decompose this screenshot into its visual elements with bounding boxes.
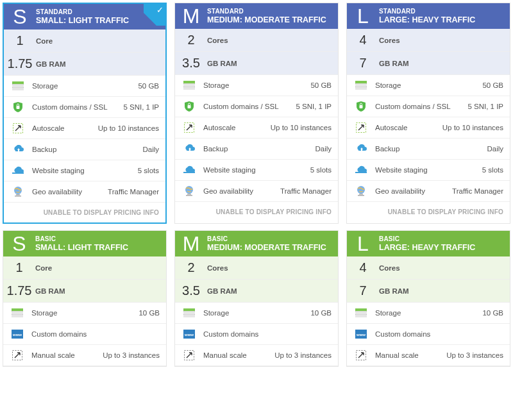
feature-label: Custom domains / SSL — [375, 103, 467, 110]
spec-label: GB RAM — [35, 287, 65, 295]
feature-row: wwwCustom domains — [175, 324, 338, 345]
feature-label: Storage — [203, 309, 310, 317]
feature-value: Up to 10 instances — [442, 124, 503, 131]
feature-row: BackupDaily — [4, 139, 165, 160]
spec-row: 1Core — [3, 256, 166, 280]
tier-label: STANDARD — [379, 8, 506, 15]
spec-row: 1.75GB RAM — [4, 53, 165, 76]
spec-label: Core — [35, 264, 52, 272]
svg-rect-21 — [355, 81, 367, 83]
tier-label: BASIC — [379, 235, 506, 242]
feature-label: Manual scale — [31, 351, 103, 359]
feature-value: Traffic Manager — [452, 187, 503, 195]
spec-label: GB RAM — [379, 60, 409, 67]
pricing-tile-std-s[interactable]: ✓SSTANDARDSMALL: LIGHT TRAFFIC1Core1.75G… — [3, 3, 167, 224]
pricing-tile-std-m[interactable]: MSTANDARDMEDIUM: MODERATE TRAFFIC2Cores3… — [174, 3, 339, 224]
backup-icon — [355, 144, 367, 154]
spec-value: 4 — [347, 256, 379, 279]
svg-point-27 — [357, 186, 365, 194]
backup-icon — [12, 144, 24, 155]
svg-rect-8 — [16, 194, 20, 196]
pricing-tile-bas-s[interactable]: SBASICSMALL: LIGHT TRAFFIC1Core1.75GB RA… — [3, 230, 167, 367]
svg-rect-4 — [17, 106, 20, 109]
pricing-grid: ✓SSTANDARDSMALL: LIGHT TRAFFIC1Core1.75G… — [0, 0, 513, 369]
svg-rect-19 — [186, 195, 192, 196]
svg-rect-11 — [183, 81, 195, 83]
feature-row: Website staging5 slots — [4, 160, 165, 181]
feature-value: Daily — [487, 145, 503, 153]
autoscale-icon — [183, 122, 196, 133]
feature-row: AutoscaleUp to 10 instances — [4, 118, 165, 139]
svg-rect-29 — [358, 195, 364, 196]
feature-row: Custom domains / SSL5 SNI, 1 IP — [347, 96, 510, 117]
spec-value: 1.75 — [3, 280, 35, 302]
tile-titles: BASICSMALL: LIGHT TRAFFIC — [35, 231, 166, 256]
svg-point-7 — [14, 187, 22, 194]
tile-header: LSTANDARDLARGE: HEAVY TRAFFIC — [347, 3, 510, 29]
tier-letter: M — [175, 231, 207, 256]
pricing-tile-bas-m[interactable]: MBASICMEDIUM: MODERATE TRAFFIC2Cores3.5G… — [174, 230, 339, 367]
feature-label: Manual scale — [203, 351, 274, 359]
feature-row: Storage10 GB — [175, 303, 338, 324]
manual-icon — [11, 350, 24, 360]
feature-row: Geo availabilityTraffic Manager — [347, 181, 510, 202]
svg-rect-3 — [12, 88, 24, 90]
tier-label: BASIC — [35, 235, 162, 242]
pricing-footer: UNABLE TO DISPLAY PRICING INFO — [175, 202, 338, 222]
spec-label: Cores — [207, 264, 228, 272]
spec-value: 7 — [347, 280, 379, 302]
feature-label: Backup — [375, 145, 487, 153]
svg-rect-14 — [188, 105, 191, 108]
feature-value: Up to 10 instances — [271, 124, 332, 131]
svg-rect-2 — [12, 85, 24, 87]
spec-row: 4Cores — [347, 29, 510, 52]
feature-label: Website staging — [375, 166, 482, 174]
feature-row: Manual scaleUp to 3 instances — [3, 345, 166, 366]
ssl-icon — [183, 101, 196, 112]
feature-label: Storage — [375, 81, 482, 89]
feature-label: Storage — [32, 82, 138, 90]
feature-label: Storage — [375, 309, 482, 317]
tier-letter: M — [175, 3, 207, 29]
pricing-tile-std-l[interactable]: LSTANDARDLARGE: HEAVY TRAFFIC4Cores7GB R… — [346, 3, 510, 224]
svg-rect-31 — [12, 308, 23, 311]
spec-value: 2 — [175, 256, 207, 279]
spec-value: 3.5 — [175, 52, 207, 74]
svg-rect-47 — [355, 315, 367, 317]
feature-row: Storage10 GB — [347, 303, 510, 324]
tier-letter: L — [347, 231, 379, 256]
feature-value: 10 GB — [310, 309, 332, 317]
svg-rect-9 — [15, 196, 21, 197]
ssl-icon — [355, 101, 367, 112]
feature-row: BackupDaily — [175, 139, 338, 160]
domains-icon: www — [11, 329, 24, 339]
spec-label: Cores — [379, 37, 400, 44]
feature-value: 5 slots — [482, 166, 503, 174]
feature-value: Traffic Manager — [280, 187, 332, 195]
storage-icon — [355, 308, 367, 318]
tile-header: SSTANDARDSMALL: LIGHT TRAFFIC — [4, 4, 165, 29]
svg-rect-28 — [359, 194, 363, 195]
svg-text:www: www — [184, 333, 194, 337]
storage-icon — [183, 308, 196, 318]
feature-label: Custom domains — [375, 330, 503, 338]
feature-value: 5 slots — [310, 166, 332, 174]
feature-value: Traffic Manager — [108, 188, 159, 196]
feature-value: 5 SNI, 1 IP — [123, 103, 159, 111]
tile-name: LARGE: HEAVY TRAFFIC — [379, 15, 506, 24]
pricing-tile-bas-l[interactable]: LBASICLARGE: HEAVY TRAFFIC4Cores7GB RAMS… — [346, 230, 510, 367]
tile-name: SMALL: LIGHT TRAFFIC — [35, 243, 162, 252]
spec-value: 1 — [3, 256, 35, 279]
tier-letter: S — [4, 4, 36, 29]
spec-value: 7 — [347, 52, 379, 74]
spec-label: Cores — [207, 37, 228, 44]
spec-value: 1.75 — [4, 53, 36, 75]
storage-icon — [11, 308, 24, 318]
tier-label: STANDARD — [207, 8, 334, 15]
spec-label: Core — [36, 37, 53, 45]
svg-rect-26 — [355, 172, 367, 173]
spec-label: GB RAM — [379, 287, 409, 295]
feature-row: Manual scaleUp to 3 instances — [347, 345, 510, 366]
spec-row: 7GB RAM — [347, 52, 510, 75]
feature-row: Manual scaleUp to 3 instances — [175, 345, 338, 366]
